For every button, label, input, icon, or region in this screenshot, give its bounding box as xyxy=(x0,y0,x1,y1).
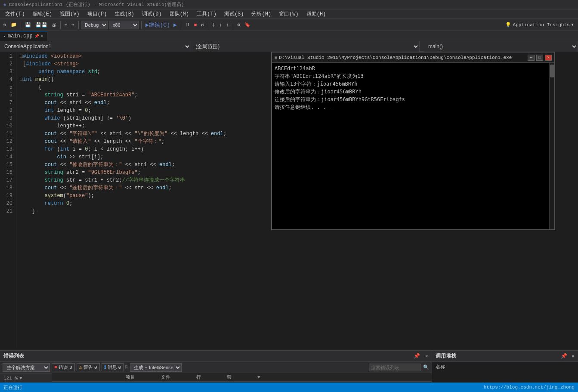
app-insights-icon: 💡 xyxy=(505,22,511,28)
fold-3 xyxy=(20,68,26,76)
toolbar-print[interactable]: 🖨 xyxy=(50,21,58,28)
line-num-21: 21 xyxy=(3,207,12,215)
zoom-bar: 121 % ▼ xyxy=(0,373,52,383)
menu-window[interactable]: 窗口(W) xyxy=(275,9,302,19)
menu-view[interactable]: 视图(V) xyxy=(56,9,83,19)
menu-file[interactable]: 文件(F) xyxy=(2,9,28,19)
zoom-expand-icon[interactable]: ▼ xyxy=(19,376,22,381)
warning-count-badge[interactable]: ⚠ 警告 0 xyxy=(77,363,100,371)
stepover-button[interactable]: ⤵ xyxy=(210,21,216,28)
app-insights-dropdown-icon: ▼ xyxy=(572,23,574,27)
window-title: ConsoleApplication1 (正在运行) - Microsoft V… xyxy=(9,1,184,8)
line-num-6: 6 xyxy=(3,91,12,99)
error-count: 0 xyxy=(69,365,72,370)
toolbar-undo[interactable]: ↩ xyxy=(63,21,69,28)
line-num-9: 9 xyxy=(3,114,12,122)
pin-callstack-icon[interactable]: 📌 xyxy=(561,353,567,359)
toolbar-saveall[interactable]: 💾💾 xyxy=(34,21,49,28)
footer-link[interactable]: https://blog.csdn.net/jing_zhong xyxy=(484,385,575,390)
error-search-icon[interactable]: 🔍 xyxy=(423,364,429,370)
menu-debug[interactable]: 调试(D) xyxy=(139,9,165,19)
tab-pin-icon[interactable]: 📌 xyxy=(34,34,39,39)
line-num-15: 15 xyxy=(3,161,12,169)
app-insights-button[interactable]: 💡 Application Insights ▼ xyxy=(503,21,576,28)
toolbar-sep-5 xyxy=(181,21,181,29)
restart-button[interactable]: ↺ xyxy=(199,21,206,28)
error-panel-title: 错误列表 xyxy=(3,352,24,360)
console-close-btn[interactable]: ✕ xyxy=(545,55,552,61)
line-num-19: 19 xyxy=(3,192,12,200)
nav-bar: ConsoleApplication1 (全局范围) main() xyxy=(0,41,578,52)
menu-edit[interactable]: 编辑(E) xyxy=(29,9,56,19)
build-filter-dropdown[interactable]: 生成 + IntelliSense xyxy=(130,363,182,372)
pause-button[interactable]: ⏸ xyxy=(183,21,192,28)
console-maximize-btn[interactable]: □ xyxy=(536,55,543,61)
error-scope-dropdown[interactable]: 整个解决方案 xyxy=(3,363,50,372)
fold-2: [ xyxy=(20,60,26,68)
line-num-8: 8 xyxy=(3,107,12,114)
line-num-14: 14 xyxy=(3,153,12,161)
menu-tools[interactable]: 工具(T) xyxy=(193,9,220,19)
member-dropdown[interactable]: main() xyxy=(424,41,578,52)
perf-button[interactable]: ⚙ xyxy=(235,21,242,28)
pin-error-panel-icon[interactable]: 📌 xyxy=(414,353,420,359)
toolbar-open[interactable]: 📁 xyxy=(9,21,19,28)
title-bar: ◈ ConsoleApplication1 (正在运行) - Microsoft… xyxy=(0,0,578,9)
error-panel: 错误列表 📌 ✕ 整个解决方案 ✖ 错误 0 ⚠ 警告 0 ℹ 消息 0 ⎘ 生… xyxy=(0,350,432,383)
continue-button[interactable]: ▶ 继续(C) ▶ xyxy=(144,20,179,30)
toolbar-new[interactable]: ⊕ xyxy=(2,21,8,28)
bookmark-button[interactable]: 🔖 xyxy=(243,21,252,28)
close-error-panel-icon[interactable]: ✕ xyxy=(425,353,428,359)
tab-file-icon: ⬩ xyxy=(3,34,6,39)
console-minimize-btn[interactable]: ─ xyxy=(528,55,535,61)
fold-4[interactable]: □ xyxy=(20,76,23,83)
editor-area: 1 2 3 4 5 6 7 8 9 10 11 12 13 14 15 16 1… xyxy=(0,52,578,348)
console-line-4: 修改后的字符串为：jioar456mBRYh xyxy=(275,88,547,96)
stop-button[interactable]: ■ xyxy=(192,22,199,28)
line-num-4: 4 xyxy=(3,76,12,83)
toolbar-sep-3 xyxy=(78,21,79,29)
menu-test[interactable]: 测试(S) xyxy=(221,9,247,19)
toolbar-redo[interactable]: ↪ xyxy=(70,21,76,28)
scope-dropdown[interactable]: (全局范围) xyxy=(191,41,420,52)
error-count-badge[interactable]: ✖ 错误 0 xyxy=(52,363,75,371)
error-search-input[interactable] xyxy=(369,364,420,371)
console-titlebar: ▣ D:\Visual Studio 2015\MyProjects\Conso… xyxy=(272,52,554,63)
menu-bar: 文件(F) 编辑(E) 视图(V) 项目(P) 生成(B) 调试(D) 团队(M… xyxy=(0,9,578,19)
tab-bar: ⬩ main.cpp 📌 ✕ xyxy=(0,31,578,41)
console-line-6: 请按任意键继续. . . _ xyxy=(275,103,547,111)
stepinto-button[interactable]: ↓ xyxy=(217,22,224,28)
menu-project[interactable]: 项目(P) xyxy=(84,9,111,19)
toolbar: ⊕ 📁 💾 💾💾 🖨 ↩ ↪ Debug x86 ▶ 继续(C) ▶ ⏸ ■ ↺… xyxy=(0,19,578,31)
project-dropdown[interactable]: ConsoleApplication1 xyxy=(0,41,191,52)
tab-main-cpp[interactable]: ⬩ main.cpp 📌 ✕ xyxy=(0,31,47,41)
debug-config-dropdown[interactable]: Debug xyxy=(81,21,108,29)
warning-icon: ⚠ xyxy=(79,364,82,370)
callstack-header: 调用堆栈 📌 ✕ xyxy=(432,351,578,362)
platform-dropdown[interactable]: x86 xyxy=(109,21,139,29)
stepout-button[interactable]: ↑ xyxy=(225,22,231,28)
toolbar-sep-7 xyxy=(233,21,233,29)
tab-close-icon[interactable]: ✕ xyxy=(41,34,43,39)
menu-help[interactable]: 帮助(H) xyxy=(303,9,330,19)
menu-analyze[interactable]: 分析(N) xyxy=(248,9,275,19)
fold-1[interactable]: □ xyxy=(20,52,23,60)
callstack-title: 调用堆栈 xyxy=(436,352,456,360)
copy-selected-icon[interactable]: ⎘ xyxy=(125,365,128,370)
error-columns-header: 代码 说明 项目 文件 行 禁 ▼ xyxy=(0,373,432,382)
status-bar: 正在运行 https://blog.csdn.net/jing_zhong xyxy=(0,383,578,392)
message-count-badge[interactable]: ℹ 消息 0 xyxy=(102,363,124,371)
menu-team[interactable]: 团队(M) xyxy=(166,9,193,19)
filter-col-icon[interactable]: ▼ xyxy=(257,375,260,380)
error-label: 错误 xyxy=(59,364,68,370)
info-icon: ℹ xyxy=(104,364,106,370)
console-scrollbar[interactable] xyxy=(549,63,554,229)
vs-logo: ◈ xyxy=(3,2,6,7)
line-num-20: 20 xyxy=(3,200,12,207)
line-num-11: 11 xyxy=(3,130,12,138)
line-num-3: 3 xyxy=(3,68,12,76)
menu-build[interactable]: 生成(B) xyxy=(111,9,138,19)
toolbar-save[interactable]: 💾 xyxy=(23,21,33,28)
close-callstack-icon[interactable]: ✕ xyxy=(572,353,575,359)
zoom-level: 121 % xyxy=(3,376,18,381)
